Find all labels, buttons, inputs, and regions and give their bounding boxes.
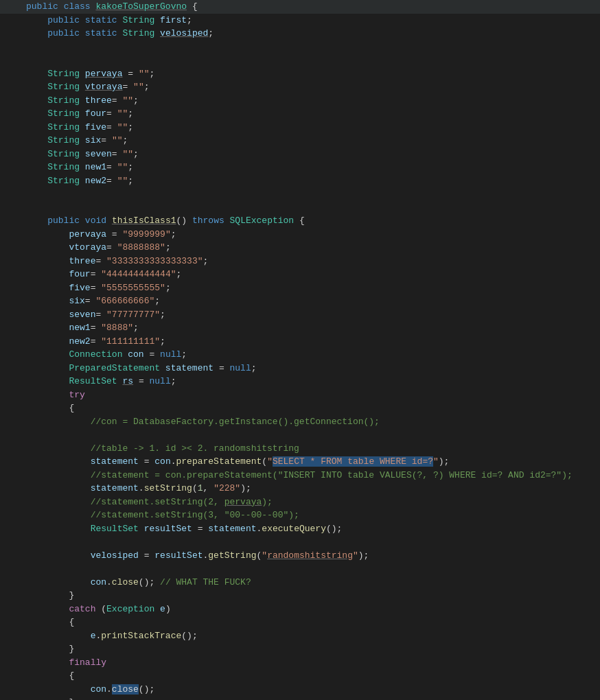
code-line: } bbox=[0, 642, 600, 656]
code-line: String pervaya = ""; bbox=[0, 67, 600, 81]
code-text: Connection con = null; bbox=[21, 348, 600, 362]
code-text: { bbox=[21, 669, 600, 683]
code-line: three= "3333333333333333"; bbox=[0, 255, 600, 268]
code-line: ResultSet resultSet = statement.executeQ… bbox=[0, 522, 600, 536]
code-line: vtoraya= "8888888"; bbox=[0, 241, 600, 255]
code-text: seven= "77777777"; bbox=[21, 308, 600, 322]
code-line: String three= ""; bbox=[0, 94, 600, 108]
code-text: String five= ""; bbox=[21, 121, 600, 135]
code-text: { bbox=[21, 401, 600, 415]
code-text: String seven= ""; bbox=[21, 148, 600, 161]
code-text: new2= "111111111"; bbox=[21, 335, 600, 349]
code-line: seven= "77777777"; bbox=[0, 308, 600, 322]
code-text: String vtoraya= ""; bbox=[21, 80, 600, 94]
code-text: public static String velosiped; bbox=[21, 27, 600, 40]
code-text: statement.setString(1, "228"); bbox=[21, 482, 600, 495]
code-line: String seven= ""; bbox=[0, 148, 600, 161]
code-line: ResultSet rs = null; bbox=[0, 375, 600, 388]
code-line: five= "5555555555"; bbox=[0, 281, 600, 295]
code-text: //con = DatabaseFactory.getInstance().ge… bbox=[21, 415, 600, 429]
code-line: //statement = con.prepareStatement("INSE… bbox=[0, 469, 600, 482]
code-editor: public class kakoeToSuperGovno { public … bbox=[0, 0, 600, 700]
code-line: } bbox=[0, 589, 600, 603]
code-line: public static String first; bbox=[0, 14, 600, 27]
code-line: //statement.setString(2, pervaya); bbox=[0, 495, 600, 509]
code-text bbox=[21, 535, 600, 549]
code-text: String six= ""; bbox=[21, 134, 600, 148]
code-text: //table -> 1. id >< 2. randomshitstring bbox=[21, 442, 600, 456]
code-text: five= "5555555555"; bbox=[21, 281, 600, 295]
code-text: public class kakoeToSuperGovno { bbox=[21, 0, 600, 14]
code-text: String new1= ""; bbox=[21, 161, 600, 174]
code-line: String new1= ""; bbox=[0, 161, 600, 174]
code-line: try bbox=[0, 388, 600, 402]
code-line: { bbox=[0, 401, 600, 415]
code-text: } bbox=[21, 696, 600, 700]
code-line: { bbox=[0, 669, 600, 683]
code-line: //statement.setString(3, "00--00--00"); bbox=[0, 509, 600, 522]
code-text: con.close(); // WHAT THE FUCK? bbox=[21, 576, 600, 590]
code-text: } bbox=[21, 589, 600, 603]
code-line bbox=[0, 535, 600, 549]
code-line: public static String velosiped; bbox=[0, 27, 600, 40]
code-line: con.close(); // WHAT THE FUCK? bbox=[0, 576, 600, 590]
code-line: //con = DatabaseFactory.getInstance().ge… bbox=[0, 415, 600, 429]
code-text: String new2= ""; bbox=[21, 174, 600, 188]
code-line: new2= "111111111"; bbox=[0, 335, 600, 349]
code-line: statement = con.prepareStatement("SELECT… bbox=[0, 455, 600, 469]
code-text: velosiped = resultSet.getString("randoms… bbox=[21, 549, 600, 563]
code-text: //statement.setString(2, pervaya); bbox=[21, 495, 600, 509]
code-line: four= "444444444444"; bbox=[0, 268, 600, 281]
code-text bbox=[21, 428, 600, 442]
code-text: four= "444444444444"; bbox=[21, 268, 600, 281]
code-text bbox=[21, 54, 600, 67]
code-line: velosiped = resultSet.getString("randoms… bbox=[0, 549, 600, 563]
code-text: new1= "8888"; bbox=[21, 321, 600, 335]
code-text: PreparedStatement statement = null; bbox=[21, 362, 600, 375]
code-line: Connection con = null; bbox=[0, 348, 600, 362]
code-text bbox=[21, 40, 600, 54]
code-text: } bbox=[21, 642, 600, 656]
code-line: e.printStackTrace(); bbox=[0, 629, 600, 643]
code-line bbox=[0, 428, 600, 442]
code-line: new1= "8888"; bbox=[0, 321, 600, 335]
code-text: finally bbox=[21, 656, 600, 670]
code-line: finally bbox=[0, 656, 600, 670]
code-line: public class kakoeToSuperGovno { bbox=[0, 0, 600, 14]
code-text: public void thisIsClass1() throws SQLExc… bbox=[21, 214, 600, 228]
code-text: pervaya = "9999999"; bbox=[21, 228, 600, 242]
code-line: pervaya = "9999999"; bbox=[0, 228, 600, 242]
code-text: public static String first; bbox=[21, 14, 600, 27]
code-text: String four= ""; bbox=[21, 107, 600, 121]
code-text: ResultSet resultSet = statement.executeQ… bbox=[21, 522, 600, 536]
code-text: { bbox=[21, 616, 600, 629]
code-line: catch (Exception e) bbox=[0, 603, 600, 616]
code-line: { bbox=[0, 616, 600, 629]
code-text: catch (Exception e) bbox=[21, 603, 600, 616]
code-line: String five= ""; bbox=[0, 121, 600, 135]
code-line: PreparedStatement statement = null; bbox=[0, 362, 600, 375]
code-line: String vtoraya= ""; bbox=[0, 80, 600, 94]
code-line: String new2= ""; bbox=[0, 174, 600, 188]
code-text: //statement.setString(3, "00--00--00"); bbox=[21, 509, 600, 522]
code-line: statement.setString(1, "228"); bbox=[0, 482, 600, 495]
code-line: //table -> 1. id >< 2. randomshitstring bbox=[0, 442, 600, 456]
code-text: String three= ""; bbox=[21, 94, 600, 108]
code-text: con.close(); bbox=[21, 683, 600, 697]
code-line: public void thisIsClass1() throws SQLExc… bbox=[0, 214, 600, 228]
code-line bbox=[0, 40, 600, 54]
code-text: statement = con.prepareStatement("SELECT… bbox=[21, 455, 600, 469]
code-line: } bbox=[0, 696, 600, 700]
code-line: String four= ""; bbox=[0, 107, 600, 121]
code-text: //statement = con.prepareStatement("INSE… bbox=[21, 469, 600, 482]
code-line: con.close(); bbox=[0, 683, 600, 697]
code-text: vtoraya= "8888888"; bbox=[21, 241, 600, 255]
code-line bbox=[0, 187, 600, 201]
code-line bbox=[0, 54, 600, 67]
code-text: ResultSet rs = null; bbox=[21, 375, 600, 388]
code-text: try bbox=[21, 388, 600, 402]
code-line bbox=[0, 201, 600, 215]
code-text bbox=[21, 187, 600, 201]
code-line: six= "666666666"; bbox=[0, 294, 600, 308]
code-text bbox=[21, 562, 600, 576]
